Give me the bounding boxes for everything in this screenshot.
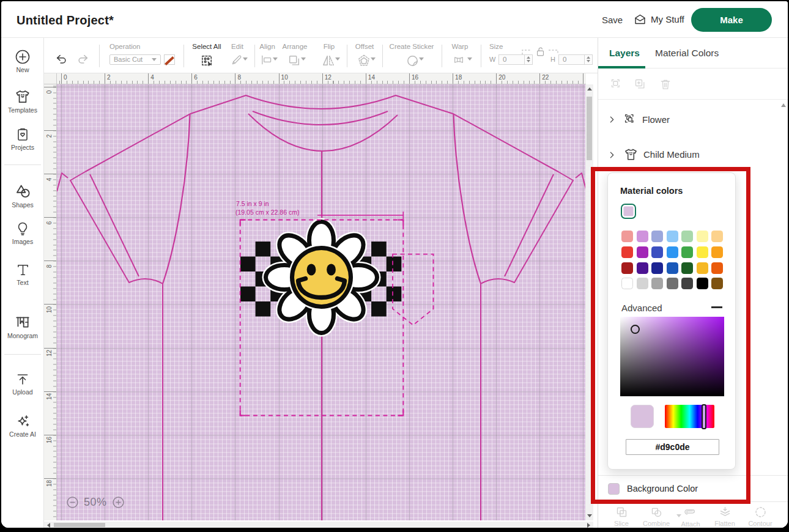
palette-swatch-4c1492[interactable]: [637, 262, 648, 274]
arrange-icon[interactable]: [287, 54, 301, 67]
palette-swatch-7e5210[interactable]: [711, 278, 723, 289]
height-stepper[interactable]: [584, 55, 592, 64]
chevron-down-icon[interactable]: [467, 57, 472, 61]
sidebar-item-new[interactable]: New: [1, 50, 44, 73]
vertical-scrollbar[interactable]: [585, 84, 593, 520]
chevron-down-icon[interactable]: [335, 57, 340, 61]
create-sticker-icon[interactable]: [406, 54, 420, 68]
palette-swatch-1c2492[interactable]: [651, 262, 663, 274]
background-color-swatch[interactable]: [608, 483, 620, 495]
palette-swatch-f5b825[interactable]: [697, 262, 708, 274]
horizontal-scrollbar[interactable]: [44, 522, 593, 528]
templates-icon: [15, 91, 31, 101]
saturation-gradient[interactable]: [620, 317, 724, 396]
scroll-down-icon[interactable]: [587, 514, 592, 517]
palette-swatch-fcd28c[interactable]: [711, 231, 723, 242]
ruler-number: 14: [368, 74, 375, 81]
edit-pencil-icon[interactable]: [231, 54, 243, 66]
undo-icon[interactable]: [54, 53, 69, 66]
background-color-row[interactable]: Background Color: [598, 476, 788, 501]
chevron-right-icon[interactable]: [608, 114, 616, 125]
action-contour[interactable]: Contour: [739, 506, 782, 527]
chevron-down-icon[interactable]: [243, 57, 248, 61]
palette-swatch-3fa848[interactable]: [681, 246, 693, 258]
vertical-scroll-thumb[interactable]: [587, 97, 592, 160]
scroll-right-icon[interactable]: [587, 523, 590, 528]
palette-swatch-a5a5a5[interactable]: [651, 278, 663, 289]
height-input[interactable]: 0: [558, 54, 593, 65]
scroll-up-icon[interactable]: [587, 87, 592, 91]
hue-slider-handle[interactable]: [702, 404, 706, 429]
palette-swatch-707070[interactable]: [667, 278, 678, 289]
delete-icon[interactable]: [659, 78, 672, 91]
palette-swatch-1b59b9[interactable]: [667, 262, 678, 274]
palette-swatch-9ba7dc[interactable]: [651, 231, 663, 242]
list-scroll-up-icon[interactable]: [781, 103, 786, 107]
layer-row-flower[interactable]: Flower: [598, 106, 788, 133]
palette-swatch-fdf6a6[interactable]: [697, 231, 708, 242]
operation-color-swatch[interactable]: [164, 54, 175, 65]
offset-icon[interactable]: [357, 54, 371, 67]
layer-row-child-medium[interactable]: Child Medium: [598, 141, 788, 168]
palette-swatch-2d96f2[interactable]: [667, 246, 678, 258]
ruler-number: 14: [46, 393, 53, 401]
operation-select[interactable]: Basic Cut: [109, 54, 161, 65]
palette-swatch-a227b6[interactable]: [637, 246, 648, 258]
sidebar-item-templates[interactable]: Templates: [1, 89, 44, 114]
chevron-right-icon[interactable]: [608, 149, 616, 160]
sidebar-item-projects[interactable]: Projects: [1, 127, 44, 151]
redo-icon[interactable]: [76, 53, 91, 66]
warp-icon[interactable]: [451, 54, 467, 65]
palette-swatch-fdea3d[interactable]: [697, 246, 708, 258]
collapse-icon[interactable]: [711, 306, 722, 308]
gradient-cursor[interactable]: [631, 325, 640, 334]
group-select-icon[interactable]: [610, 78, 623, 91]
palette-swatch-404040[interactable]: [681, 278, 693, 289]
palette-swatch-f09a98[interactable]: [621, 231, 633, 242]
palette-swatch-ea5b0c[interactable]: [711, 262, 723, 274]
sidebar-item-images[interactable]: Images: [1, 221, 44, 245]
palette-swatch-d4d4d4[interactable]: [637, 278, 648, 289]
palette-swatch-e93a30[interactable]: [621, 246, 633, 258]
duplicate-icon[interactable]: [634, 78, 646, 91]
tab-material-colors[interactable]: Material Colors: [655, 48, 719, 59]
design-canvas[interactable]: 7.5 in x 9 in(19.05 cm x 22.86 cm) 50%: [57, 84, 586, 520]
project-title[interactable]: Untitled Project*: [17, 13, 114, 28]
palette-swatch-f9a11b[interactable]: [711, 246, 723, 258]
sidebar-item-upload[interactable]: Upload: [1, 372, 44, 396]
tab-layers[interactable]: Layers: [609, 48, 640, 59]
save-button[interactable]: Save: [602, 15, 623, 25]
palette-swatch-3b4fc0[interactable]: [651, 246, 663, 258]
lock-open-icon[interactable]: [535, 46, 546, 57]
palette-swatch-1d5e23[interactable]: [681, 262, 693, 274]
sidebar-item-shapes[interactable]: Shapes: [1, 183, 44, 209]
palette-swatch-a61c1c[interactable]: [621, 262, 633, 274]
selected-color-swatch[interactable]: [621, 204, 636, 219]
my-stuff-button[interactable]: My Stuff: [634, 13, 684, 26]
chevron-down-icon[interactable]: [301, 57, 306, 61]
width-stepper[interactable]: [524, 55, 532, 64]
chevron-down-icon[interactable]: [371, 57, 376, 61]
palette-swatch-8fc9f8[interactable]: [667, 231, 678, 242]
flip-icon[interactable]: [322, 54, 335, 67]
zoom-in-icon[interactable]: [113, 497, 124, 508]
scroll-left-icon[interactable]: [47, 523, 50, 528]
select-all-icon[interactable]: [200, 54, 214, 68]
sidebar-item-monogram[interactable]: Monogram: [1, 314, 44, 339]
chevron-down-icon[interactable]: [273, 57, 278, 61]
sidebar-item-text[interactable]: Text: [1, 263, 44, 286]
chevron-down-icon[interactable]: [419, 57, 424, 61]
make-button[interactable]: Make: [691, 8, 772, 32]
ruler-number: 0: [46, 89, 53, 96]
palette-swatch-cf93dc[interactable]: [637, 231, 648, 242]
palette-swatch-a8d8ab[interactable]: [681, 231, 693, 242]
align-icon[interactable]: [259, 54, 273, 66]
width-input[interactable]: 0: [498, 54, 533, 65]
sidebar-item-create-ai[interactable]: Create AI: [1, 413, 44, 438]
zoom-out-icon[interactable]: [67, 497, 78, 508]
palette-swatch-000000[interactable]: [697, 278, 708, 289]
hue-slider[interactable]: [665, 405, 714, 428]
palette-swatch-ffffff[interactable]: [621, 278, 633, 289]
hex-color-input[interactable]: [626, 439, 719, 455]
horizontal-scroll-thumb[interactable]: [54, 523, 105, 527]
